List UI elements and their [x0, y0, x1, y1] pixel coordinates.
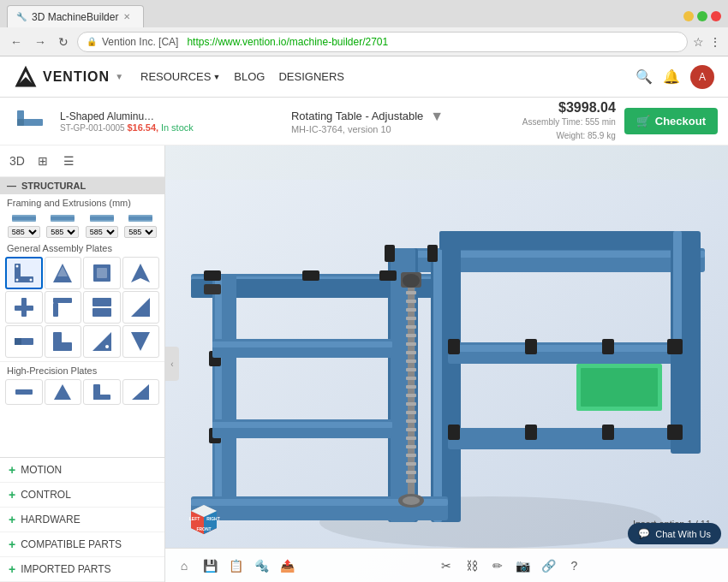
orientation-cube[interactable]: FRONT LEFT RIGHT [182, 498, 225, 541]
logo-chevron-icon[interactable]: ▼ [115, 72, 123, 81]
chat-icon: 💬 [638, 528, 650, 539]
framing-select-1[interactable]: 585 [8, 226, 40, 238]
framing-select-4[interactable]: 585 [124, 226, 157, 238]
imported-parts-item[interactable]: + IMPORTED PARTS [0, 557, 164, 582]
product-meta: ST-GP-001-0005 $16.54, In stock [60, 122, 274, 133]
svg-rect-76 [406, 445, 416, 448]
svg-rect-87 [448, 345, 679, 352]
svg-text:FRONT: FRONT [196, 526, 211, 532]
toolbar-help-btn[interactable]: ? [563, 554, 587, 578]
reload-btn[interactable]: ↻ [55, 33, 72, 50]
3d-viewport[interactable]: Insert option 1 / 11 Distance: 0.0mm FRO… [165, 146, 728, 582]
nav-resources[interactable]: RESOURCES ▼ [140, 70, 220, 83]
close-btn[interactable] [711, 11, 721, 21]
product-info: L-Shaped Aluminum Assembly Plate, ... ST… [60, 110, 274, 133]
extensions-btn[interactable]: ⋮ [709, 35, 721, 49]
control-item[interactable]: + CONTROL [0, 483, 164, 508]
compatible-parts-item[interactable]: + COMPATIBLE PARTS [0, 532, 164, 557]
plate-item-2[interactable] [45, 257, 82, 289]
back-btn[interactable]: ← [7, 33, 26, 50]
svg-rect-71 [406, 402, 416, 406]
svg-rect-69 [406, 385, 416, 389]
framing-select-3[interactable]: 585 [86, 226, 118, 238]
minimize-btn[interactable] [683, 11, 694, 21]
plate-item-11[interactable] [83, 325, 121, 358]
assembly-plates-label: General Assembly Plates [0, 240, 164, 255]
product-sku: ST-GP-001-0005 [60, 123, 125, 133]
framing-shape-2 [50, 211, 75, 225]
product-thumbnail [10, 100, 53, 143]
left-sidebar: 3D ⊞ ☰ — STRUCTURAL Framing and Extrusio… [0, 146, 165, 582]
toolbar-edit-btn[interactable]: ✏ [486, 554, 510, 578]
toolbar-assembly-btn[interactable]: 🔩 [249, 554, 273, 578]
design-title: Rotating Table - Adjustable ▼ [291, 109, 505, 124]
tab-bar: 🔧 3D MachineBuilder ✕ [0, 0, 728, 27]
plate-item-5[interactable] [5, 291, 43, 324]
motion-item[interactable]: + MOTION [0, 458, 164, 483]
framing-select-2[interactable]: 585 [46, 226, 79, 238]
hp-plate-3[interactable] [83, 379, 121, 405]
plate-item-9[interactable] [5, 325, 43, 358]
bookmark-btn[interactable]: ☆ [693, 35, 704, 49]
dash-icon: — [7, 181, 16, 191]
product-bar: L-Shaped Aluminum Assembly Plate, ... ST… [0, 98, 728, 146]
toolbar-connect-btn[interactable]: ⛓ [460, 554, 484, 578]
svg-rect-67 [406, 368, 416, 371]
hp-shape-4 [130, 383, 151, 401]
nav-blog[interactable]: BLOG [234, 70, 265, 83]
design-dropdown-icon[interactable]: ▼ [430, 109, 444, 124]
cart-icon: 🛒 [636, 115, 650, 128]
toolbar-camera-btn[interactable]: 📷 [511, 554, 535, 578]
svg-rect-21 [97, 268, 107, 278]
notifications-btn[interactable]: 🔔 [663, 68, 680, 85]
plate-item-4[interactable] [122, 257, 160, 289]
svg-rect-95 [427, 245, 438, 262]
svg-point-17 [29, 279, 32, 282]
forward-btn[interactable]: → [31, 33, 50, 50]
checkout-btn[interactable]: 🛒 Checkout [624, 108, 718, 134]
plate-item-10[interactable] [45, 325, 82, 358]
sidebar-parts-btn[interactable]: ⊞ [31, 149, 55, 173]
hp-plate-1[interactable] [5, 379, 43, 405]
address-url: Vention Inc. [CA] https://www.vention.io… [102, 36, 388, 48]
collapse-sidebar-btn[interactable]: ‹ [165, 347, 179, 381]
logo[interactable]: VENTION ▼ [14, 65, 123, 89]
toolbar-home-btn[interactable]: ⌂ [172, 554, 196, 578]
plate-item-1[interactable] [5, 257, 43, 289]
product-name: L-Shaped Aluminum Assembly Plate, ... [60, 110, 163, 122]
nav-designers[interactable]: DESIGNERS [278, 70, 344, 83]
search-btn[interactable]: 🔍 [636, 68, 653, 85]
address-bar[interactable]: 🔒 Vention Inc. [CA] https://www.vention.… [77, 32, 688, 52]
chat-btn[interactable]: 💬 Chat With Us [628, 523, 721, 544]
maximize-btn[interactable] [697, 11, 707, 21]
plate-item-3[interactable] [83, 257, 121, 289]
plate-item-7[interactable] [83, 291, 121, 324]
sidebar-3d-btn[interactable]: 3D [5, 149, 29, 173]
svg-rect-25 [53, 298, 72, 303]
hardware-item[interactable]: + HARDWARE [0, 508, 164, 532]
browser-controls: ← → ↻ 🔒 Vention Inc. [CA] https://www.ve… [0, 27, 728, 56]
toolbar-save-btn[interactable]: 💾 [198, 554, 222, 578]
toolbar-bom-btn[interactable]: 📋 [224, 554, 248, 578]
hp-plate-2[interactable] [45, 379, 82, 405]
control-plus-icon: + [9, 488, 15, 502]
plate-item-8[interactable] [122, 291, 160, 324]
plate-item-6[interactable] [45, 291, 82, 324]
structural-section-header: — STRUCTURAL [0, 177, 164, 194]
svg-rect-26 [53, 303, 58, 317]
active-tab[interactable]: 🔧 3D MachineBuilder ✕ [7, 5, 144, 27]
hardware-plus-icon: + [9, 513, 15, 526]
product-price: $16.54, [127, 122, 158, 133]
toolbar-export-btn[interactable]: 📤 [275, 554, 299, 578]
toolbar-link-btn[interactable]: 🔗 [537, 554, 561, 578]
tab-close-btn[interactable]: ✕ [123, 12, 130, 21]
svg-rect-96 [448, 339, 460, 354]
avatar[interactable]: A [690, 65, 714, 89]
hardware-label: HARDWARE [21, 514, 81, 526]
toolbar-cut-btn[interactable]: ✂ [434, 554, 458, 578]
sidebar-list-btn[interactable]: ☰ [57, 149, 81, 173]
svg-rect-37 [15, 389, 33, 395]
sidebar-scroll[interactable]: — STRUCTURAL Framing and Extrusions (mm)… [0, 177, 164, 457]
plate-item-12[interactable] [122, 325, 160, 358]
hp-plate-4[interactable] [122, 379, 160, 405]
